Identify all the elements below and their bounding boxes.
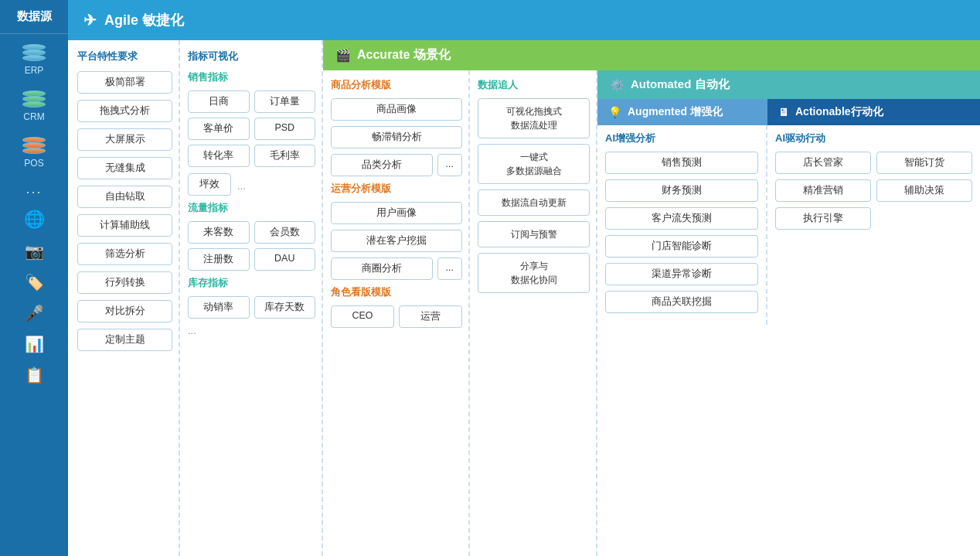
sidebar-item-mic[interactable]: 🎤 [0, 296, 68, 327]
body-area: 平台特性要求 极简部署 拖拽式分析 大屏展示 无缝集成 自由钻取 计算辅助线 筛… [68, 40, 980, 556]
feature-wufeng[interactable]: 无缝集成 [77, 157, 172, 179]
metric-maoli[interactable]: 毛利率 [254, 145, 316, 167]
actionable-title: Actionable行动化 [795, 105, 883, 119]
model-ceo[interactable]: CEO [331, 305, 394, 328]
sidebar-item-pos[interactable]: POS [0, 127, 68, 173]
sidebar-item-tag[interactable]: 🏷️ [0, 265, 68, 296]
metric-dingdan[interactable]: 订单量 [254, 90, 316, 113]
role-model-title: 角色看版模版 [331, 285, 462, 299]
metric-huiyuanshu[interactable]: 会员数 [254, 221, 316, 244]
inventory-metric-grid: 动销率 库存天数 [188, 296, 315, 319]
right-stack: ⚙️ Automated 自动化 💡 Augmented 增强化 [597, 70, 980, 556]
aug-item-3[interactable]: 门店智能诊断 [605, 235, 758, 258]
action-item-3[interactable]: 辅助决策 [876, 179, 972, 202]
metric-kucuntianshu[interactable]: 库存天数 [254, 296, 316, 319]
action-item-0[interactable]: 店长管家 [775, 152, 871, 174]
aug-item-1[interactable]: 财务预测 [605, 179, 758, 202]
feature-jianjian[interactable]: 极简部署 [77, 71, 172, 94]
main-content: ✈ Agile 敏捷化 平台特性要求 极简部署 拖拽式分析 大屏展示 无缝集成 … [68, 0, 980, 556]
automated-body: 💡 Augmented 增强化 AI增强分析 销售预测 财务预测 客户流失预测 … [597, 99, 980, 556]
tracker-item-1[interactable]: 一键式多数据源融合 [478, 144, 590, 184]
metrics-column: 指标可视化 销售指标 日商 订单量 客单价 PSD 转化率 毛利率 坪效 ...… [180, 40, 323, 556]
metric-zhuanhua[interactable]: 转化率 [188, 145, 250, 167]
weibo-icon: 🌐 [24, 210, 45, 230]
metric-zhuceshu[interactable]: 注册数 [188, 248, 250, 271]
ops-small-grid: 商圈分析 ... [331, 258, 462, 280]
action-grid: 店长管家 智能订货 精准营销 辅助决策 执行引擎 [775, 152, 972, 230]
sidebar: 数据源 ERP CRM [0, 0, 68, 556]
model-potential[interactable]: 潜在客户挖掘 [331, 230, 462, 252]
tracker-item-4[interactable]: 分享与数据化协同 [478, 253, 590, 293]
tracker-item-2[interactable]: 数据流自动更新 [478, 189, 590, 216]
platform-column: 平台特性要求 极简部署 拖拽式分析 大屏展示 无缝集成 自由钻取 计算辅助线 筛… [68, 40, 180, 556]
actionable-body: AI驱动行动 店长管家 智能订货 精准营销 辅助决策 执行引擎 [767, 125, 980, 236]
augmented-icon: 💡 [608, 106, 621, 118]
model-changzhi[interactable]: 畅滞销分析 [331, 126, 462, 148]
ai-augmented-title: AI增强分析 [605, 131, 758, 145]
feature-shaixuan[interactable]: 筛选分析 [77, 243, 172, 265]
model-ops[interactable]: 运营 [399, 305, 462, 328]
metric-dongxiaolv[interactable]: 动销率 [188, 296, 250, 319]
sidebar-item-erp[interactable]: ERP [0, 34, 68, 80]
sidebar-item-copy[interactable]: 📋 [0, 358, 68, 389]
sidebar-item-excel[interactable]: 📊 [0, 327, 68, 358]
panels-body: 商品分析模版 商品画像 畅滞销分析 品类分析 ... 运营分析模版 用户画像 潜… [323, 70, 980, 556]
sidebar-item-crm[interactable]: CRM [0, 80, 68, 127]
actionable-icon: 🖥 [778, 106, 789, 118]
agile-nav-icon: ✈ [83, 11, 97, 29]
copy-icon: 📋 [25, 366, 44, 384]
aug-item-5[interactable]: 商品关联挖掘 [605, 291, 758, 313]
metric-psd[interactable]: PSD [254, 118, 316, 140]
crm-db-icon [20, 88, 48, 110]
sidebar-header: 数据源 [0, 0, 68, 34]
feature-duibi[interactable]: 对比拆分 [77, 300, 172, 322]
metrics-title: 指标可视化 [188, 49, 315, 63]
accurate-title: Accurate 场景化 [357, 47, 451, 63]
model-user-portrait[interactable]: 用户画像 [331, 202, 462, 224]
feature-ziyou[interactable]: 自由钻取 [77, 186, 172, 208]
feature-hanglie[interactable]: 行列转换 [77, 271, 172, 294]
inventory-dots: ... [188, 325, 315, 336]
pos-label: POS [24, 158, 43, 169]
feature-tuozhuai[interactable]: 拖拽式分析 [77, 100, 172, 122]
sales-metrics-title: 销售指标 [188, 71, 315, 84]
aug-item-2[interactable]: 客户流失预测 [605, 207, 758, 230]
erp-label: ERP [25, 65, 44, 76]
aug-item-4[interactable]: 渠道异常诊断 [605, 263, 758, 285]
tracker-item-0[interactable]: 可视化拖拽式数据流处理 [478, 98, 590, 138]
more-dots-icon: ... [26, 181, 42, 197]
tracker-column: 数据追人 可视化拖拽式数据流处理 一键式多数据源融合 数据流自动更新 订阅与预警… [470, 70, 597, 556]
action-item-1[interactable]: 智能订货 [876, 152, 972, 174]
feature-dingzhi[interactable]: 定制主题 [77, 329, 172, 351]
metric-kedanjia[interactable]: 客单价 [188, 118, 250, 140]
automated-title: Automated 自动化 [631, 77, 730, 92]
mic-icon: 🎤 [25, 304, 44, 322]
model-pinlei[interactable]: 品类分析 [331, 154, 433, 176]
action-item-4[interactable]: 执行引擎 [775, 207, 871, 230]
accurate-header: 🎬 Accurate 场景化 [323, 40, 980, 70]
sidebar-item-more: ... [0, 173, 68, 202]
actionable-header: 🖥 Actionable行动化 [767, 99, 980, 125]
model-goods-portrait[interactable]: 商品画像 [331, 98, 462, 121]
agile-header: ✈ Agile 敏捷化 [68, 0, 980, 40]
aug-item-0[interactable]: 销售预测 [605, 152, 758, 174]
model-shangjuan[interactable]: 商圈分析 [331, 258, 433, 280]
metric-dau[interactable]: DAU [254, 248, 316, 271]
tracker-item-3[interactable]: 订阅与预警 [478, 221, 590, 247]
feature-jisuan[interactable]: 计算辅助线 [77, 214, 172, 237]
role-grid: CEO 运营 [331, 305, 462, 328]
metric-pingxiao[interactable]: 坪效 [188, 173, 231, 196]
action-item-2[interactable]: 精准营销 [775, 179, 871, 202]
accurate-icon: 🎬 [335, 48, 351, 63]
sidebar-item-camera[interactable]: 📷 [0, 234, 68, 265]
platform-title: 平台特性要求 [77, 49, 172, 63]
sidebar-item-weibo[interactable]: 🌐 [0, 202, 68, 234]
metric-rishang[interactable]: 日商 [188, 90, 250, 113]
sales-dots: ... [237, 180, 246, 192]
erp-db-icon [20, 42, 48, 63]
augmented-title: Augmented 增强化 [628, 105, 723, 119]
actionable-section: 🖥 Actionable行动化 AI驱动行动 店长管家 智能订货 精准营销 [767, 99, 980, 556]
metric-laikeshu[interactable]: 来客数 [188, 221, 250, 244]
crm-label: CRM [23, 111, 44, 122]
feature-daping[interactable]: 大屏展示 [77, 128, 172, 151]
